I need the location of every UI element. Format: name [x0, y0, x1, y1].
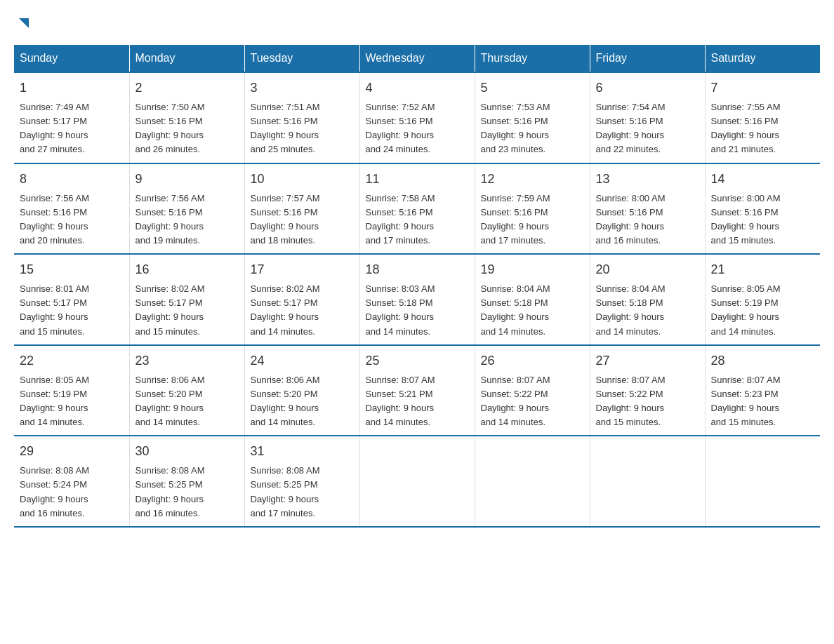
calendar-table: SundayMondayTuesdayWednesdayThursdayFrid… [14, 45, 820, 528]
header-monday: Monday [129, 45, 244, 72]
day-number: 4 [366, 79, 469, 98]
day-number: 3 [251, 79, 354, 98]
calendar-week-1: 1 Sunrise: 7:49 AMSunset: 5:17 PMDayligh… [14, 72, 820, 163]
day-info: Sunrise: 7:57 AMSunset: 5:16 PMDaylight:… [251, 193, 320, 246]
calendar-cell [359, 436, 475, 527]
day-number: 17 [251, 260, 354, 279]
calendar-cell [590, 436, 705, 527]
day-number: 15 [20, 260, 124, 279]
calendar-cell: 24 Sunrise: 8:06 AMSunset: 5:20 PMDaylig… [244, 345, 359, 436]
day-info: Sunrise: 8:04 AMSunset: 5:18 PMDaylight:… [481, 283, 550, 336]
calendar-cell: 12 Sunrise: 7:59 AMSunset: 5:16 PMDaylig… [475, 163, 590, 255]
day-info: Sunrise: 7:56 AMSunset: 5:16 PMDaylight:… [135, 193, 205, 246]
calendar-cell: 13 Sunrise: 8:00 AMSunset: 5:16 PMDaylig… [590, 163, 705, 255]
calendar-cell: 29 Sunrise: 8:08 AMSunset: 5:24 PMDaylig… [14, 436, 129, 527]
calendar-header-row: SundayMondayTuesdayWednesdayThursdayFrid… [14, 45, 820, 72]
day-info: Sunrise: 8:07 AMSunset: 5:23 PMDaylight:… [711, 375, 781, 427]
day-number: 2 [135, 79, 239, 98]
day-info: Sunrise: 8:01 AMSunset: 5:17 PMDaylight:… [20, 283, 89, 336]
day-info: Sunrise: 8:02 AMSunset: 5:17 PMDaylight:… [135, 283, 205, 336]
day-info: Sunrise: 8:00 AMSunset: 5:16 PMDaylight:… [596, 193, 666, 246]
calendar-cell: 14 Sunrise: 8:00 AMSunset: 5:16 PMDaylig… [705, 163, 820, 255]
day-info: Sunrise: 7:52 AMSunset: 5:16 PMDaylight:… [366, 102, 435, 154]
day-number: 19 [481, 260, 584, 279]
day-number: 12 [481, 170, 584, 189]
day-number: 20 [596, 260, 699, 279]
day-number: 28 [711, 351, 815, 370]
header-friday: Friday [590, 45, 705, 72]
page-header [14, 14, 820, 31]
calendar-cell: 25 Sunrise: 8:07 AMSunset: 5:21 PMDaylig… [359, 345, 475, 436]
day-info: Sunrise: 8:08 AMSunset: 5:24 PMDaylight:… [20, 465, 89, 518]
calendar-cell: 4 Sunrise: 7:52 AMSunset: 5:16 PMDayligh… [359, 72, 475, 163]
calendar-cell: 20 Sunrise: 8:04 AMSunset: 5:18 PMDaylig… [590, 254, 705, 345]
day-number: 29 [20, 442, 124, 461]
day-info: Sunrise: 7:59 AMSunset: 5:16 PMDaylight:… [481, 193, 550, 246]
day-number: 31 [251, 442, 354, 461]
day-info: Sunrise: 7:56 AMSunset: 5:16 PMDaylight:… [20, 193, 89, 246]
calendar-cell: 15 Sunrise: 8:01 AMSunset: 5:17 PMDaylig… [14, 254, 129, 345]
day-info: Sunrise: 8:00 AMSunset: 5:16 PMDaylight:… [711, 193, 781, 246]
day-number: 23 [135, 351, 239, 370]
calendar-cell: 17 Sunrise: 8:02 AMSunset: 5:17 PMDaylig… [244, 254, 359, 345]
logo [14, 14, 32, 31]
day-number: 30 [135, 442, 239, 461]
calendar-cell: 21 Sunrise: 8:05 AMSunset: 5:19 PMDaylig… [705, 254, 820, 345]
day-number: 9 [135, 170, 239, 189]
calendar-cell: 2 Sunrise: 7:50 AMSunset: 5:16 PMDayligh… [129, 72, 244, 163]
header-tuesday: Tuesday [244, 45, 359, 72]
header-wednesday: Wednesday [359, 45, 475, 72]
calendar-cell: 23 Sunrise: 8:06 AMSunset: 5:20 PMDaylig… [129, 345, 244, 436]
calendar-week-3: 15 Sunrise: 8:01 AMSunset: 5:17 PMDaylig… [14, 254, 820, 345]
calendar-cell [705, 436, 820, 527]
calendar-cell: 9 Sunrise: 7:56 AMSunset: 5:16 PMDayligh… [129, 163, 244, 255]
day-number: 21 [711, 260, 815, 279]
calendar-cell: 6 Sunrise: 7:54 AMSunset: 5:16 PMDayligh… [590, 72, 705, 163]
day-info: Sunrise: 7:50 AMSunset: 5:16 PMDaylight:… [135, 102, 205, 154]
day-number: 27 [596, 351, 699, 370]
calendar-cell: 31 Sunrise: 8:08 AMSunset: 5:25 PMDaylig… [244, 436, 359, 527]
calendar-cell: 16 Sunrise: 8:02 AMSunset: 5:17 PMDaylig… [129, 254, 244, 345]
day-number: 16 [135, 260, 239, 279]
day-info: Sunrise: 8:08 AMSunset: 5:25 PMDaylight:… [135, 465, 205, 518]
day-info: Sunrise: 8:02 AMSunset: 5:17 PMDaylight:… [251, 283, 320, 336]
day-info: Sunrise: 8:05 AMSunset: 5:19 PMDaylight:… [20, 375, 89, 427]
header-sunday: Sunday [14, 45, 129, 72]
day-number: 18 [366, 260, 469, 279]
day-info: Sunrise: 7:51 AMSunset: 5:16 PMDaylight:… [251, 102, 320, 154]
calendar-cell: 22 Sunrise: 8:05 AMSunset: 5:19 PMDaylig… [14, 345, 129, 436]
day-number: 5 [481, 79, 584, 98]
day-info: Sunrise: 8:03 AMSunset: 5:18 PMDaylight:… [366, 283, 435, 336]
calendar-cell: 3 Sunrise: 7:51 AMSunset: 5:16 PMDayligh… [244, 72, 359, 163]
day-number: 25 [366, 351, 469, 370]
day-info: Sunrise: 8:08 AMSunset: 5:25 PMDaylight:… [251, 465, 320, 518]
svg-marker-0 [19, 18, 29, 28]
day-info: Sunrise: 8:07 AMSunset: 5:21 PMDaylight:… [366, 375, 435, 427]
day-info: Sunrise: 7:55 AMSunset: 5:16 PMDaylight:… [711, 102, 781, 154]
day-number: 26 [481, 351, 584, 370]
day-info: Sunrise: 7:53 AMSunset: 5:16 PMDaylight:… [481, 102, 550, 154]
calendar-week-5: 29 Sunrise: 8:08 AMSunset: 5:24 PMDaylig… [14, 436, 820, 527]
calendar-cell: 18 Sunrise: 8:03 AMSunset: 5:18 PMDaylig… [359, 254, 475, 345]
day-info: Sunrise: 8:06 AMSunset: 5:20 PMDaylight:… [135, 375, 205, 427]
day-number: 11 [366, 170, 469, 189]
calendar-cell: 30 Sunrise: 8:08 AMSunset: 5:25 PMDaylig… [129, 436, 244, 527]
day-number: 7 [711, 79, 815, 98]
calendar-week-2: 8 Sunrise: 7:56 AMSunset: 5:16 PMDayligh… [14, 163, 820, 255]
day-info: Sunrise: 8:04 AMSunset: 5:18 PMDaylight:… [596, 283, 666, 336]
day-number: 10 [251, 170, 354, 189]
calendar-cell: 5 Sunrise: 7:53 AMSunset: 5:16 PMDayligh… [475, 72, 590, 163]
calendar-cell: 19 Sunrise: 8:04 AMSunset: 5:18 PMDaylig… [475, 254, 590, 345]
calendar-cell: 1 Sunrise: 7:49 AMSunset: 5:17 PMDayligh… [14, 72, 129, 163]
day-info: Sunrise: 8:05 AMSunset: 5:19 PMDaylight:… [711, 283, 781, 336]
day-number: 24 [251, 351, 354, 370]
day-info: Sunrise: 7:49 AMSunset: 5:17 PMDaylight:… [20, 102, 89, 154]
calendar-cell: 26 Sunrise: 8:07 AMSunset: 5:22 PMDaylig… [475, 345, 590, 436]
day-number: 13 [596, 170, 699, 189]
calendar-cell: 10 Sunrise: 7:57 AMSunset: 5:16 PMDaylig… [244, 163, 359, 255]
day-info: Sunrise: 8:07 AMSunset: 5:22 PMDaylight:… [481, 375, 550, 427]
calendar-cell: 8 Sunrise: 7:56 AMSunset: 5:16 PMDayligh… [14, 163, 129, 255]
day-number: 8 [20, 170, 124, 189]
calendar-week-4: 22 Sunrise: 8:05 AMSunset: 5:19 PMDaylig… [14, 345, 820, 436]
calendar-cell: 7 Sunrise: 7:55 AMSunset: 5:16 PMDayligh… [705, 72, 820, 163]
